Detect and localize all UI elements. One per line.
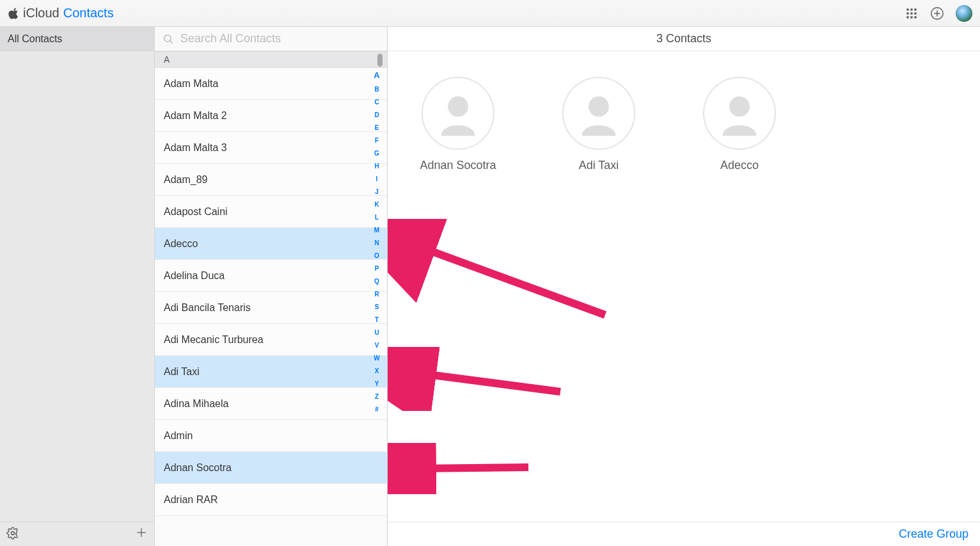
alpha-index-letter[interactable]: R bbox=[370, 288, 383, 301]
contact-row[interactable]: Adrian RAR bbox=[155, 484, 387, 516]
search-input[interactable] bbox=[179, 31, 379, 46]
detail-pane: 3 Contacts Adnan Socotra Adi Taxi Adecco… bbox=[388, 27, 980, 546]
alpha-index-letter[interactable]: W bbox=[370, 352, 383, 365]
alpha-index-letter[interactable]: D bbox=[370, 109, 383, 122]
sidebar-bottom bbox=[0, 522, 154, 546]
selected-contact-name: Adi Taxi bbox=[579, 159, 619, 172]
selection-count-title: 3 Contacts bbox=[656, 32, 711, 45]
contact-row[interactable]: Adapost Caini bbox=[155, 196, 387, 228]
contact-row[interactable]: Adelina Duca bbox=[155, 260, 387, 292]
contact-row[interactable]: Adam Malta bbox=[155, 68, 387, 100]
svg-point-17 bbox=[448, 97, 468, 117]
section-letter: A bbox=[164, 54, 170, 65]
alpha-index-letter[interactable]: X bbox=[370, 365, 383, 378]
selected-contact-name: Adnan Socotra bbox=[420, 159, 496, 172]
contact-list-column: A Adam MaltaAdam Malta 2Adam Malta 3Adam… bbox=[155, 27, 388, 546]
svg-point-3 bbox=[906, 12, 909, 15]
contact-row[interactable]: Adecco bbox=[155, 228, 387, 260]
alpha-index-letter[interactable]: K bbox=[370, 198, 383, 211]
svg-point-8 bbox=[914, 16, 917, 19]
alpha-index-letter[interactable]: U bbox=[370, 326, 383, 339]
alpha-index-letter[interactable]: J bbox=[370, 186, 383, 198]
alpha-index-letter[interactable]: V bbox=[370, 339, 383, 352]
alpha-index-letter[interactable]: F bbox=[370, 134, 383, 147]
svg-point-6 bbox=[906, 16, 909, 19]
scrollbar-thumb[interactable] bbox=[377, 54, 383, 67]
account-avatar[interactable] bbox=[956, 5, 972, 22]
alpha-index-letter[interactable]: A bbox=[370, 68, 383, 83]
contact-row[interactable]: Adi Mecanic Turburea bbox=[155, 324, 387, 356]
svg-point-15 bbox=[164, 35, 171, 42]
alpha-index-letter[interactable]: L bbox=[370, 211, 383, 224]
main: All Contacts bbox=[0, 27, 980, 546]
contact-row[interactable]: Adi Taxi bbox=[155, 356, 387, 388]
alpha-index-letter[interactable]: P bbox=[370, 262, 383, 275]
selected-contact[interactable]: Adi Taxi bbox=[548, 77, 650, 172]
svg-point-12 bbox=[12, 531, 15, 534]
alpha-index-letter[interactable]: M bbox=[370, 224, 383, 237]
selected-contact-name: Adecco bbox=[720, 159, 759, 172]
sidebar-add-icon[interactable] bbox=[135, 526, 148, 543]
alpha-index-letter[interactable]: O bbox=[370, 250, 383, 262]
contact-avatar-placeholder-icon bbox=[422, 77, 494, 150]
svg-point-2 bbox=[914, 8, 917, 11]
alpha-index-letter[interactable]: I bbox=[370, 173, 383, 186]
alpha-index-letter[interactable]: S bbox=[370, 301, 383, 314]
sidebar-item[interactable]: All Contacts bbox=[0, 27, 154, 51]
alpha-index-letter[interactable]: H bbox=[370, 160, 383, 173]
alpha-index-letter[interactable]: Q bbox=[370, 275, 383, 288]
settings-gear-icon[interactable] bbox=[6, 527, 19, 542]
contact-row[interactable]: Admin bbox=[155, 420, 387, 452]
detail-body: Adnan Socotra Adi Taxi Adecco bbox=[388, 51, 980, 522]
contact-row[interactable]: Adam Malta 3 bbox=[155, 132, 387, 164]
svg-point-1 bbox=[910, 8, 913, 11]
svg-point-7 bbox=[910, 16, 913, 19]
selected-contact[interactable]: Adecco bbox=[688, 77, 791, 172]
contact-row[interactable]: Adam_89 bbox=[155, 164, 387, 196]
contact-list[interactable]: A Adam MaltaAdam Malta 2Adam Malta 3Adam… bbox=[155, 51, 387, 546]
add-icon[interactable] bbox=[930, 6, 944, 20]
brand-app[interactable]: Contacts bbox=[63, 6, 114, 20]
topbar: iCloud Contacts bbox=[0, 0, 980, 27]
contact-avatar-placeholder-icon bbox=[703, 77, 776, 150]
contact-avatar-placeholder-icon bbox=[562, 77, 635, 150]
search-bar bbox=[155, 27, 387, 51]
svg-point-19 bbox=[729, 97, 750, 117]
alpha-index-letter[interactable]: E bbox=[370, 122, 383, 134]
detail-header: 3 Contacts bbox=[388, 27, 980, 51]
alpha-index-letter[interactable]: Y bbox=[370, 378, 383, 390]
alpha-index[interactable]: ABCDEFGHIJKLMNOPQRSTUVWXYZ# bbox=[370, 68, 383, 416]
list-section-header: A bbox=[155, 51, 387, 68]
alpha-index-letter[interactable]: N bbox=[370, 237, 383, 250]
alpha-index-letter[interactable]: T bbox=[370, 314, 383, 326]
contact-row[interactable]: Adnan Socotra bbox=[155, 452, 387, 484]
svg-point-4 bbox=[910, 12, 913, 15]
alpha-index-letter[interactable]: G bbox=[370, 147, 383, 160]
alpha-index-letter[interactable]: # bbox=[370, 403, 383, 416]
selected-contact[interactable]: Adnan Socotra bbox=[407, 77, 509, 172]
alpha-index-letter[interactable]: B bbox=[370, 83, 383, 96]
apps-grid-icon[interactable] bbox=[905, 6, 919, 20]
search-icon bbox=[162, 33, 174, 45]
apple-logo-icon bbox=[8, 8, 19, 19]
svg-point-18 bbox=[589, 97, 609, 117]
svg-line-16 bbox=[170, 40, 173, 43]
alpha-index-letter[interactable]: C bbox=[370, 96, 383, 109]
contact-row[interactable]: Adina Mihaela bbox=[155, 388, 387, 420]
brand-icloud[interactable]: iCloud bbox=[23, 6, 59, 20]
detail-footer: Create Group bbox=[388, 522, 980, 546]
svg-point-0 bbox=[906, 8, 909, 11]
create-group-button[interactable]: Create Group bbox=[899, 527, 968, 541]
alpha-index-letter[interactable]: Z bbox=[370, 390, 383, 403]
contact-row[interactable]: Adam Malta 2 bbox=[155, 100, 387, 132]
contact-row[interactable]: Adi Bancila Tenaris bbox=[155, 292, 387, 324]
sidebar: All Contacts bbox=[0, 27, 155, 546]
svg-point-5 bbox=[914, 12, 917, 15]
